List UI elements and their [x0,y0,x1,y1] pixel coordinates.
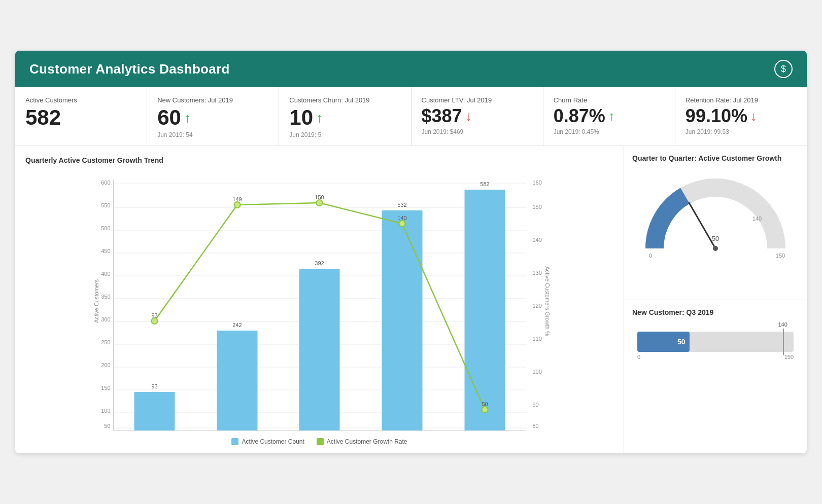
arrow-down-icon-2: ↓ [750,110,757,123]
svg-text:250: 250 [101,339,110,345]
svg-text:149: 149 [232,196,242,202]
svg-text:140: 140 [397,215,406,221]
svg-text:150: 150 [776,253,785,259]
svg-point-52 [713,246,718,251]
chart-legend: Active Customer Count Active Customer Gr… [25,438,613,445]
svg-text:140: 140 [752,215,762,222]
new-customer-bar-container: 50 140 0 150 [632,332,799,360]
kpi-row: Active Customers 582 New Customers: Jul … [15,87,807,146]
kpi-new-customers-sub: Jun 2019: 54 [157,131,268,138]
kpi-churn: Customers Churn: Jul 2019 10 ↑ Jun 2019:… [279,87,411,146]
bar-track: 50 140 [637,332,794,352]
arrow-down-icon: ↓ [465,110,472,123]
svg-text:150: 150 [533,204,542,210]
svg-text:Active Customers: Active Customers [93,279,99,323]
svg-text:Q2 2019: Q2 2019 [390,433,414,433]
bar-max-label: 150 [784,354,794,360]
svg-text:500: 500 [101,225,110,231]
legend-bar-color [231,438,238,445]
bar-target-line [783,329,784,355]
svg-text:Q4 2018: Q4 2018 [225,433,249,433]
bar-value-label: 50 [677,338,686,346]
svg-text:532: 532 [397,202,406,208]
svg-text:160: 160 [533,179,542,186]
svg-text:100: 100 [533,369,542,375]
new-customer-panel: New Customer: Q3 2019 50 140 0 150 [624,300,807,454]
bar-chart-area: 600 550 500 450 400 350 300 250 200 150 … [25,169,613,433]
svg-text:350: 350 [101,294,110,300]
header-icon: $ [774,60,793,78]
bar-chart-title: Quarterly Active Customer Growth Trend [25,156,613,164]
dashboard-header: Customer Analytics Dashboard $ [15,51,807,87]
svg-text:0: 0 [649,253,652,259]
svg-text:93: 93 [151,312,157,318]
kpi-active-customers-label: Active Customers [25,96,136,104]
dashboard: Customer Analytics Dashboard $ Active Cu… [15,51,807,453]
kpi-retention-label: Retention Rate: Jul 2019 [686,96,797,104]
svg-text:550: 550 [101,202,110,208]
svg-text:392: 392 [315,260,324,266]
bar-q2-2019 [382,210,423,430]
svg-text:150: 150 [101,385,110,391]
legend-line-label: Active Customer Growth Rate [327,438,407,445]
line-dot-2 [234,202,241,208]
kpi-ltv-value: $387 ↓ [422,107,533,125]
main-content: Quarterly Active Customer Growth Trend 6… [15,146,807,453]
kpi-ltv-label: Customer LTV: Jul 2019 [422,96,533,104]
svg-text:Q1 2019: Q1 2019 [307,433,331,433]
kpi-retention: Retention Rate: Jul 2019 99.10% ↓ Jun 20… [675,87,807,146]
kpi-churn-value: 10 ↑ [289,107,400,128]
arrow-up-icon-2: ↑ [316,111,323,124]
kpi-new-customers: New Customers: Jul 2019 60 ↑ Jun 2019: 5… [147,87,279,146]
svg-text:100: 100 [101,408,110,414]
line-dot-5 [482,407,488,413]
right-panel: Quarter to Quarter: Active Customer Grow… [624,146,807,453]
svg-text:50: 50 [712,235,719,242]
kpi-churn-rate-sub: Jun 2019: 0.45% [554,128,665,135]
kpi-retention-sub: Jun 2019: 99.53 [686,128,797,135]
legend-line-color [317,438,324,445]
svg-text:242: 242 [232,322,242,328]
dashboard-title: Customer Analytics Dashboard [29,61,230,77]
svg-text:450: 450 [101,248,110,254]
gauge-svg: 0 150 140 50 [639,172,792,264]
new-customer-title: New Customer: Q3 2019 [632,308,799,316]
svg-text:80: 80 [533,423,539,429]
gauge-container: 0 150 140 50 [632,167,799,269]
bar-q1-2019 [299,269,340,430]
svg-text:140: 140 [533,237,542,243]
kpi-active-customers: Active Customers 582 [15,87,147,146]
legend-line: Active Customer Growth Rate [317,438,407,445]
gauge-title: Quarter to Quarter: Active Customer Grow… [632,154,799,162]
svg-text:582: 582 [480,181,489,187]
bar-q3-2019 [465,190,505,430]
kpi-churn-label: Customers Churn: Jul 2019 [289,96,400,104]
legend-bar: Active Customer Count [231,438,304,445]
kpi-ltv: Customer LTV: Jul 2019 $387 ↓ Jun 2019: … [412,87,543,146]
kpi-retention-value: 99.10% ↓ [686,107,797,125]
svg-text:200: 200 [101,362,110,368]
kpi-new-customers-value: 60 ↑ [157,107,268,128]
bar-fill: 50 [637,332,690,352]
svg-text:120: 120 [533,303,542,309]
svg-text:600: 600 [101,179,110,186]
gauge-panel: Quarter to Quarter: Active Customer Grow… [624,146,807,300]
kpi-churn-sub: Jun 2019: 5 [289,131,400,138]
svg-text:Q3 2019: Q3 2019 [473,433,496,433]
bar-chart-panel: Quarterly Active Customer Growth Trend 6… [15,146,624,453]
svg-text:50: 50 [482,401,488,407]
kpi-ltv-sub: Jun 2019: $469 [422,128,533,135]
svg-text:Active Customers Growth %: Active Customers Growth % [544,266,551,336]
bar-q3-2018 [134,392,175,430]
kpi-new-customers-label: New Customers: Jul 2019 [157,96,268,104]
bar-axis: 0 150 [637,354,794,360]
line-dot-4 [399,221,405,227]
kpi-churn-rate-value: 0.87% ↑ [554,107,665,125]
bar-target-label: 140 [778,321,787,328]
legend-bar-label: Active Customer Count [242,438,304,445]
arrow-up-icon: ↑ [184,111,191,124]
svg-text:300: 300 [101,316,110,322]
kpi-churn-rate-label: Churn Rate [554,96,665,104]
arrow-up-icon-3: ↑ [608,110,615,123]
svg-text:130: 130 [533,270,542,276]
